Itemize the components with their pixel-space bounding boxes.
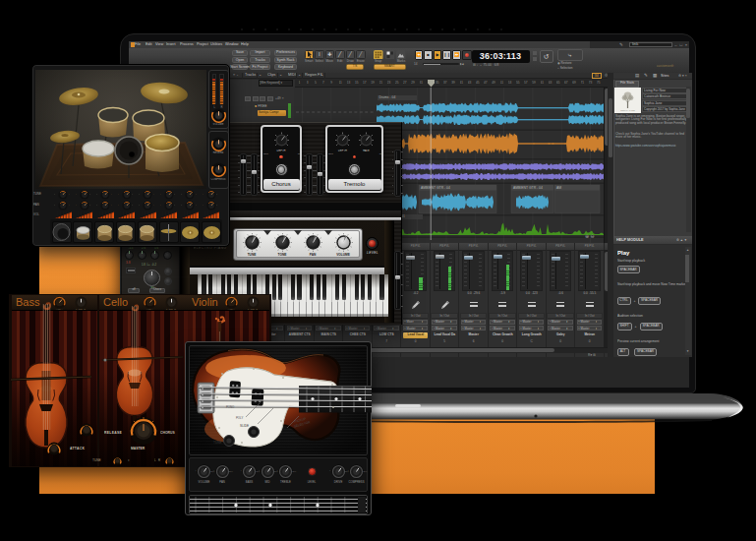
svg-text:AMBIENT GTR - 04: AMBIENT GTR - 04 (421, 186, 450, 190)
svg-text:AMBIENT GTR - 04: AMBIENT GTR - 04 (513, 186, 543, 190)
svg-text:PONO: PONO (226, 405, 235, 409)
svg-text:SLIDE: SLIDE (240, 424, 249, 428)
svg-text:AM: AM (556, 186, 561, 190)
svg-text:POLY: POLY (236, 416, 243, 420)
svg-text:TUNE: TUNE (213, 441, 222, 445)
svg-text:SOPHIA JANE: SOPHIA JANE (620, 109, 635, 111)
